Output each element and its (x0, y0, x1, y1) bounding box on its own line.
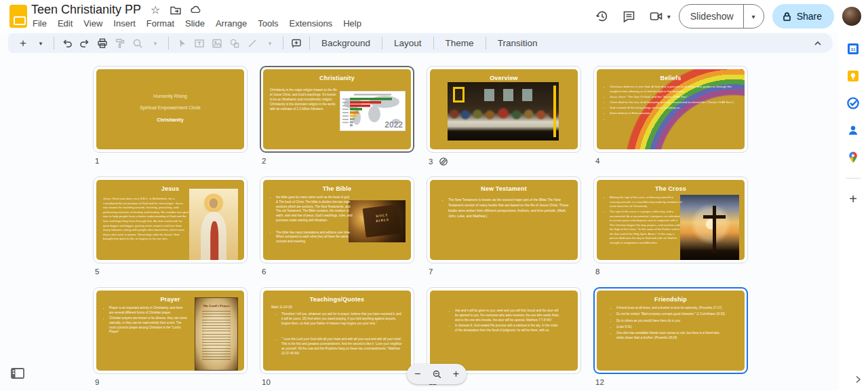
document-title[interactable]: Teen Christianity PP (31, 3, 141, 17)
new-slide-dropdown-icon[interactable]: ▾ (33, 35, 49, 52)
slide-thumbnail-1[interactable]: Humanity Rising Spiritual Empowerment Ci… (93, 66, 248, 153)
zoom-dropdown-icon[interactable]: ▾ (147, 35, 163, 52)
slide-title: New Testament (430, 185, 578, 192)
contacts-icon[interactable] (846, 124, 860, 137)
zoom-controls: − + (407, 364, 467, 384)
menu-slide[interactable]: Slide (180, 17, 210, 30)
version-history-icon[interactable] (593, 7, 612, 26)
insert-image-icon[interactable] (209, 35, 225, 52)
slide-title: Beliefs (597, 75, 745, 81)
line-dropdown-icon[interactable]: ▾ (262, 35, 278, 52)
menubar: File Edit View Insert Format Slide Arran… (27, 17, 367, 30)
panel-collapse-chevron-icon[interactable] (852, 373, 864, 386)
slide-cell-4: Beliefs Christians believes in one God. … (593, 66, 748, 176)
insert-shape-icon[interactable] (226, 35, 243, 52)
cloud-status-icon[interactable] (190, 4, 202, 16)
divider (54, 37, 54, 50)
yellow-bar (553, 86, 556, 137)
slide-thumbnail-11[interactable]: Ask and it will be given to you; seek an… (427, 287, 581, 374)
slide-title: Christianity (263, 75, 411, 81)
slide-thumbnail-5[interactable]: Jesus Jesus Christ was born circa 6 B.C.… (93, 176, 248, 263)
add-addon-button[interactable]: + (849, 192, 857, 206)
zoom-out-button[interactable]: − (414, 368, 420, 380)
slide-thumbnail-6[interactable]: The Bible the bible goes by many name su… (260, 176, 414, 263)
slide-number: 6 (262, 267, 266, 276)
slide-thumbnail-4[interactable]: Beliefs Christians believes in one God. … (593, 66, 748, 153)
slide-number: 10 (262, 378, 271, 386)
menu-arrange[interactable]: Arrange (210, 17, 252, 30)
keep-icon[interactable] (846, 69, 860, 83)
menu-view[interactable]: View (78, 17, 108, 30)
slide-number: 5 (95, 267, 99, 276)
slide-body: Jesus Christ was born circa 6 B.C. in Be… (103, 197, 189, 242)
side-app-panel: 31 + (838, 33, 868, 391)
divider (168, 37, 169, 50)
slide-thumbnail-8[interactable]: The Cross Making the sign of the cross, … (593, 176, 748, 263)
parchment-text-lines (202, 311, 231, 360)
slide-cell-9: Prayer Prayer is an important activity i… (93, 287, 248, 391)
calendar-icon[interactable]: 31 (846, 42, 860, 56)
zoom-icon[interactable] (130, 35, 146, 52)
slideshow-button-group: Slideshow ▾ (679, 4, 764, 29)
slide-thumbnail-2[interactable]: Christianity Christianity is the major r… (260, 66, 414, 153)
menu-edit[interactable]: Edit (52, 17, 78, 30)
divider (433, 37, 434, 50)
divider (486, 37, 486, 50)
new-slide-button[interactable]: + (15, 35, 31, 52)
chart-year-label: 2022 (384, 120, 403, 130)
maps-icon[interactable] (846, 151, 860, 164)
slideshow-button[interactable]: Slideshow (679, 11, 743, 22)
menu-format[interactable]: Format (141, 17, 180, 30)
camera-dropdown-icon[interactable]: ▾ (667, 13, 671, 20)
slide-title: Teachings/Quotes (263, 296, 411, 303)
slide-thumbnail-10[interactable]: Teachings/Quotes Mark 11:24-25 Therefore… (260, 287, 414, 374)
zoom-reset-icon[interactable] (432, 369, 442, 379)
menu-insert[interactable]: Insert (108, 17, 141, 30)
menu-file[interactable]: File (27, 17, 52, 30)
meet-camera-icon[interactable] (647, 7, 666, 26)
add-comment-icon[interactable] (288, 35, 304, 52)
redo-icon[interactable] (77, 35, 93, 52)
slide-number: 8 (595, 267, 599, 276)
slide-thumbnail-7[interactable]: New Testament The New Testament is known… (427, 176, 581, 263)
app-header: Teen Christianity PP ☆ File Edit View In… (0, 0, 868, 33)
painting-window (503, 89, 513, 101)
divider (309, 37, 310, 50)
select-cursor-icon[interactable] (174, 35, 190, 52)
slide-thumbnail-12[interactable]: Friendship A friend loves at all times, … (593, 287, 748, 374)
undo-icon[interactable] (59, 35, 75, 52)
insert-line-icon[interactable] (244, 35, 260, 52)
slide-thumbnail-3[interactable]: Overview (427, 66, 581, 153)
slide-bullets: A friend loves at all times, and a broth… (612, 306, 727, 341)
slide-number: 12 (595, 378, 604, 386)
slide-bullets: Ask and it will be given to you; seek an… (450, 309, 560, 333)
slide-thumbnail-9[interactable]: Prayer Prayer is an important activity i… (93, 287, 248, 374)
filmstrip-view-toggle-icon[interactable] (11, 368, 24, 379)
slide-body: Christianity is the major religion based… (270, 88, 338, 112)
slides-logo-icon[interactable] (9, 5, 27, 28)
divider (382, 37, 382, 50)
share-button[interactable]: Share (772, 4, 834, 29)
background-button[interactable]: Background (315, 36, 377, 50)
transition-button[interactable]: Transition (491, 36, 545, 50)
paint-format-icon[interactable] (112, 35, 128, 52)
comments-icon[interactable] (620, 7, 639, 26)
layout-button[interactable]: Layout (387, 36, 429, 50)
menu-extensions[interactable]: Extensions (284, 17, 338, 30)
zoom-in-button[interactable]: + (453, 368, 459, 380)
slideshow-dropdown[interactable]: ▾ (743, 5, 764, 28)
star-icon[interactable]: ☆ (149, 4, 161, 16)
move-folder-icon[interactable] (170, 4, 182, 16)
menu-help[interactable]: Help (338, 17, 367, 30)
text-box-icon[interactable] (191, 35, 208, 52)
print-icon[interactable] (94, 35, 111, 52)
collapse-toolbar-icon[interactable] (810, 35, 826, 52)
account-avatar[interactable] (842, 7, 861, 26)
share-label: Share (797, 11, 822, 22)
main-toolbar: + ▾ ▾ ▾ Background Layout Theme Transiti… (8, 33, 833, 53)
natgeo-frame-icon (453, 87, 465, 103)
menu-tools[interactable]: Tools (252, 17, 283, 30)
theme-button[interactable]: Theme (439, 36, 481, 50)
slide-number: 4 (595, 157, 599, 165)
tasks-icon[interactable] (846, 96, 860, 110)
